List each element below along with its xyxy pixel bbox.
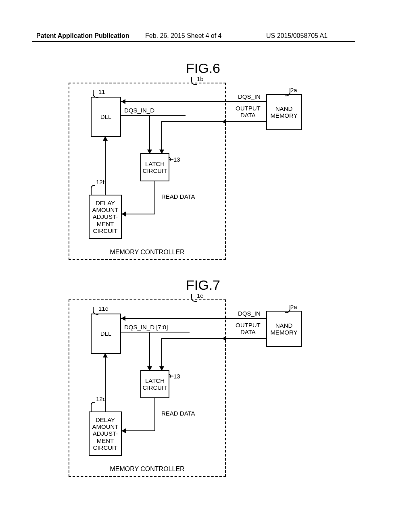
fig6-feedback-arrow: [103, 136, 108, 141]
fig6-dqs-in-d-arrow: [147, 150, 152, 154]
fig7-read-data-arrow: [121, 428, 126, 433]
fig6-dqs-in-label: DQS_IN: [238, 93, 261, 100]
fig6-delay-ref-hook: [91, 185, 95, 195]
fig7-output-data-label: OUTPUTDATA: [236, 322, 261, 335]
fig7-output-data-h: [161, 338, 266, 339]
fig6-dll-block: DLL: [91, 97, 121, 137]
fig7-read-data-label: READ DATA: [161, 410, 195, 417]
fig6-output-data-v: [161, 121, 162, 153]
header-right: US 2015/0058705 A1: [266, 32, 327, 39]
fig6-latch-block: LATCHCIRCUIT: [140, 153, 169, 181]
fig7-dqs-in-d-vert: [149, 332, 150, 370]
fig7-latch-block: LATCHCIRCUIT: [140, 370, 169, 398]
fig7-dqs-in-d-label: DQS_IN_D [7:0]: [124, 324, 168, 330]
fig7-feedback-line: [105, 355, 106, 411]
fig7-read-data-v: [154, 398, 155, 430]
header-center: Feb. 26, 2015 Sheet 4 of 4: [145, 32, 221, 39]
fig7-output-data-v: [161, 338, 162, 370]
fig7-title: FIG.7: [186, 277, 220, 293]
fig7-output-data-midarrow: [222, 336, 226, 341]
fig6-dqs-in-line: [121, 101, 266, 102]
fig7-delay-adjust-block: DELAYAMOUNTADJUST-MENTCIRCUIT: [89, 411, 122, 456]
fig7-read-data-h: [122, 430, 155, 431]
fig7-nand-ref: 2a: [290, 303, 297, 310]
fig6-read-data-arrow: [121, 212, 126, 216]
header-rule: [32, 41, 355, 42]
fig7-dll-ref: 11c: [98, 305, 108, 312]
fig6-dll-ref: 11: [98, 88, 105, 95]
fig6-read-data-h: [122, 214, 155, 214]
fig6-read-data-v: [154, 181, 155, 214]
fig6-title: FIG.6: [186, 60, 220, 76]
fig7-delay-ref: 12c: [96, 395, 106, 402]
fig6-dqs-in-d-vert: [149, 115, 150, 153]
header-left: Patent Application Publication: [36, 32, 129, 39]
fig7-dqs-in-label: DQS_IN: [238, 310, 261, 317]
fig6-dqs-in-arrow: [121, 99, 125, 104]
fig7-dqs-in-d-stub: [165, 332, 190, 332]
fig6-delay-adjust-block: DELAYAMOUNTADJUST-MENTCIRCUIT: [89, 195, 122, 239]
fig7-controller-ref: 1c: [197, 292, 203, 299]
fig6-output-data-midarrow: [222, 119, 226, 124]
fig7-diagram: 1c MEMORY CONTROLLER DLL 11c LATCHCIRCUI…: [69, 299, 351, 481]
fig7-memory-controller-label: MEMORY CONTROLLER: [69, 466, 225, 473]
fig6-dqs-in-d-stub: [165, 115, 186, 116]
fig6-diagram: 1b MEMORY CONTROLLER DLL 11 LATCHCIRCUIT…: [69, 83, 351, 264]
fig7-dqs-in-arrow: [121, 316, 125, 321]
fig7-dqs-in-line: [121, 318, 266, 319]
fig6-output-data-arrow: [159, 150, 164, 154]
fig7-feedback-arrow: [103, 353, 108, 357]
fig7-dqs-in-d-arrow: [147, 366, 152, 371]
fig6-dqs-in-d-label: DQS_IN_D: [124, 107, 154, 114]
fig6-read-data-label: READ DATA: [161, 193, 195, 200]
fig6-memory-controller-label: MEMORY CONTROLLER: [69, 249, 225, 256]
fig7-nand-memory-block: NANDMEMORY: [266, 311, 302, 347]
fig7-latch-ref: 13: [173, 373, 180, 380]
fig6-output-data-h: [161, 121, 266, 122]
fig7-dqs-in-d-seg: [121, 332, 165, 332]
fig6-output-data-label: OUTPUTDATA: [236, 105, 261, 118]
fig7-delay-ref-hook: [91, 402, 95, 412]
fig6-dll-ref-hook: [93, 90, 98, 98]
fig6-controller-ref: 1b: [197, 75, 204, 82]
fig7-dll-block: DLL: [91, 314, 121, 354]
fig6-nand-memory-block: NANDMEMORY: [266, 94, 302, 130]
fig7-output-data-arrow: [159, 366, 164, 371]
fig6-nand-ref: 2a: [290, 87, 297, 94]
fig6-dqs-in-d-seg: [121, 115, 165, 116]
fig7-dll-ref-hook: [93, 307, 98, 315]
fig6-feedback-line: [105, 138, 106, 195]
fig6-latch-ref: 13: [173, 156, 180, 163]
